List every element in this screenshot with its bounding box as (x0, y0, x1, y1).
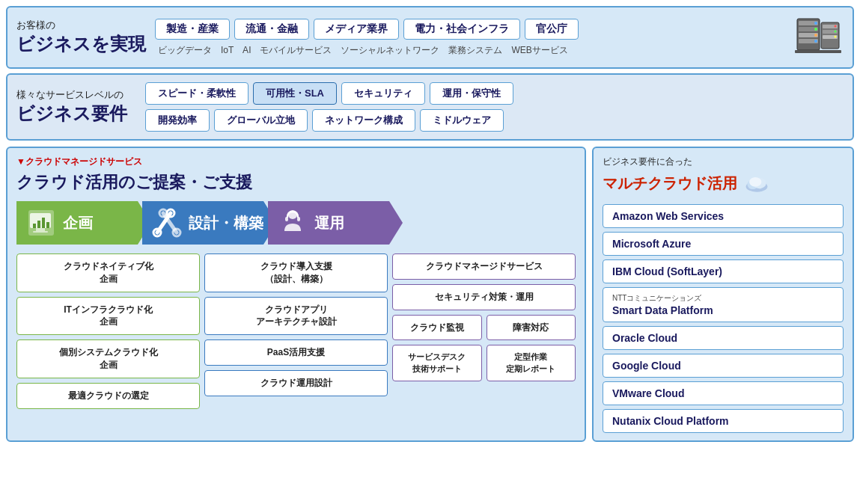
svg-rect-24 (46, 222, 49, 228)
req-global[interactable]: グローバル立地 (214, 109, 308, 132)
cloud-azure[interactable]: Microsoft Azure (603, 232, 844, 256)
cloud-ntt[interactable]: NTTコミュニケーションズ Smart Data Platform (603, 287, 844, 322)
cloud-vmware[interactable]: VMware Cloud (603, 381, 844, 405)
top-main-title: ビジネスを実現 (16, 32, 146, 56)
cloud-aws[interactable]: Amazon Web Services (603, 204, 844, 228)
svg-rect-23 (42, 218, 45, 228)
col-ops: クラウドマネージドサービス セキュリティ対策・運用 クラウド監視 障害対応 サー… (392, 253, 576, 409)
planning-icon (25, 207, 57, 239)
cloud-oracle-label: Oracle Cloud (612, 332, 677, 344)
design-icon (151, 207, 183, 239)
box-managed: クラウドマネージドサービス (392, 253, 576, 280)
panel-main-title: クラウド活用のご提案・ご支援 (16, 171, 576, 194)
svg-point-15 (835, 36, 837, 38)
svg-rect-19 (36, 228, 45, 231)
box-intro-support: クラウド導入支援（設計、構築） (204, 253, 388, 292)
cloud-aws-label: Amazon Web Services (612, 210, 724, 222)
box-paas: PaaS活用支援 (204, 339, 388, 366)
box-monitoring: クラウド監視 (392, 315, 482, 341)
req-sla[interactable]: 可用性・SLA (253, 82, 337, 105)
cloud-azure-label: Microsoft Azure (612, 238, 691, 250)
arrow-ops-label: 運用 (314, 213, 344, 233)
svg-point-14 (835, 31, 837, 33)
req-security[interactable]: セキュリティ (341, 82, 425, 105)
mid-main-title: ビジネス要件 (16, 102, 136, 126)
col-planning: クラウドネイティブ化企画 ITインフラクラウド化企画 個別システムクラウド化企画… (16, 253, 200, 409)
cloud-ntt-small: NTTコミュニケーションズ (612, 293, 834, 304)
arrow-planning: 企画 (16, 201, 151, 245)
mid-section: 様々なサービスレベルの ビジネス要件 スピード・柔軟性 可用性・SLA セキュリ… (6, 73, 854, 141)
cloud-vmware-label: VMware Cloud (612, 387, 684, 399)
industry-btn-manufacturing[interactable]: 製造・産業 (155, 19, 230, 40)
right-panel-main-title: マルチクラウド活用 (603, 170, 844, 197)
req-row-2: 開発効率 グローバル立地 ネットワーク構成 ミドルウェア (145, 109, 844, 132)
columns-area: クラウドネイティブ化企画 ITインフラクラウド化企画 個別システムクラウド化企画… (16, 253, 576, 409)
col-design: クラウド導入支援（設計、構築） クラウドアプリアーキテクチャ設計 PaaS活用支… (204, 253, 388, 409)
top-left-label: お客様の ビジネスを実現 (16, 19, 146, 56)
cloud-provider-list: Amazon Web Services Microsoft Azure IBM … (603, 204, 844, 433)
industry-btn-government[interactable]: 官公庁 (525, 19, 579, 40)
req-row-1: スピード・柔軟性 可用性・SLA セキュリティ 運用・保守性 (145, 82, 844, 105)
arrow-section: 企画 設計・構築 (16, 201, 576, 245)
box-security-ops: セキュリティ対策・運用 (392, 284, 576, 310)
box-individual-sys: 個別システムクラウド化企画 (16, 339, 200, 378)
box-cloud-native: クラウドネイティブ化企画 (16, 253, 200, 292)
mid-sub-title: 様々なサービスレベルの (16, 88, 136, 102)
box-app-arch: クラウドアプリアーキテクチャ設計 (204, 297, 388, 336)
cloud-ibm[interactable]: IBM Cloud (SoftLayer) (603, 259, 844, 283)
top-sub-title: お客様の (16, 19, 146, 32)
svg-rect-20 (33, 231, 48, 233)
req-ops[interactable]: 運用・保守性 (430, 82, 513, 105)
cloud-google-label: Google Cloud (612, 360, 681, 372)
svg-point-13 (835, 25, 837, 28)
req-dev[interactable]: 開発効率 (145, 109, 210, 132)
svg-point-7 (814, 34, 817, 37)
svg-rect-32 (285, 217, 288, 221)
main-wrapper: お客様の ビジネスを実現 製造・産業 流通・金融 メディア業界 電力・社会インフ… (0, 0, 860, 448)
box-ops-design: クラウド運用設計 (204, 370, 388, 396)
svg-rect-22 (37, 221, 40, 228)
box-best-cloud: 最適クラウドの選定 (16, 383, 200, 409)
cloud-nutanix-label: Nutanix Cloud Platform (612, 415, 729, 427)
svg-rect-16 (795, 50, 841, 53)
arrow-design-label: 設計・構築 (189, 213, 263, 233)
panel-tag: ▼クラウドマネージドサービス (16, 156, 576, 168)
box-report: 定型作業定期レポート (487, 345, 576, 381)
req-rows: スピード・柔軟性 可用性・SLA セキュリティ 運用・保守性 開発効率 グローバ… (145, 82, 844, 132)
svg-point-5 (814, 22, 817, 25)
req-network[interactable]: ネットワーク構成 (312, 109, 415, 132)
cloud-oracle[interactable]: Oracle Cloud (603, 326, 844, 350)
industry-buttons: 製造・産業 流通・金融 メディア業界 電力・社会インフラ 官公庁 (155, 19, 782, 40)
cloud-google[interactable]: Google Cloud (603, 354, 844, 378)
right-panel-sub-title: ビジネス要件に合った (603, 156, 844, 168)
cloud-ntt-label: Smart Data Platform (612, 304, 713, 316)
right-panel: ビジネス要件に合った マルチクラウド活用 Amazon Web Services… (592, 147, 854, 442)
industry-btn-distribution[interactable]: 流通・金融 (234, 19, 309, 40)
box-monitoring-row: クラウド監視 障害対応 (392, 315, 576, 341)
req-speed[interactable]: スピード・柔軟性 (145, 82, 248, 105)
mid-left-label: 様々なサービスレベルの ビジネス要件 (16, 88, 136, 126)
industry-btn-media[interactable]: メディア業界 (314, 19, 399, 40)
arrow-design: 設計・構築 (142, 201, 277, 245)
box-it-infra: ITインフラクラウド化企画 (16, 297, 200, 336)
top-right-content: 製造・産業 流通・金融 メディア業界 電力・社会インフラ 官公庁 ビッグデータ … (155, 19, 782, 57)
industry-btn-power[interactable]: 電力・社会インフラ (403, 19, 520, 40)
multicloud-icon (743, 170, 770, 197)
svg-point-6 (814, 28, 817, 31)
bottom-area: ▼クラウドマネージドサービス クラウド活用のご提案・ご支援 (6, 147, 854, 442)
top-section: お客様の ビジネスを実現 製造・産業 流通・金融 メディア業界 電力・社会インフ… (6, 6, 854, 69)
box-incident: 障害対応 (487, 315, 576, 341)
box-service-desk: サービスデスク技術サポート (392, 345, 482, 381)
arrow-planning-label: 企画 (63, 213, 93, 233)
cloud-ibm-label: IBM Cloud (SoftLayer) (612, 265, 722, 277)
svg-point-37 (749, 177, 761, 187)
tech-tags: ビッグデータ IoT AI モバイルサービス ソーシャルネットワーク 業務システ… (158, 44, 782, 57)
arrow-ops: 運用 (268, 201, 403, 245)
cloud-nutanix[interactable]: Nutanix Cloud Platform (603, 409, 844, 433)
req-middleware[interactable]: ミドルウェア (420, 109, 504, 132)
svg-rect-33 (297, 217, 300, 221)
server-icon (791, 15, 844, 60)
left-panel: ▼クラウドマネージドサービス クラウド活用のご提案・ご支援 (6, 147, 586, 442)
svg-rect-21 (33, 224, 36, 228)
ops-icon (277, 207, 308, 239)
